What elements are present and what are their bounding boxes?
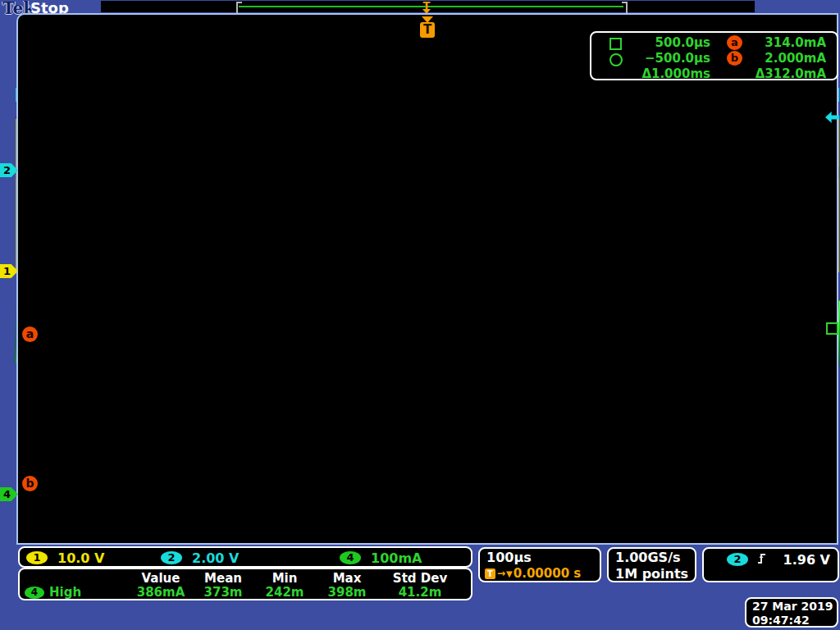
channel-4-scale[interactable]: 100mA — [371, 550, 422, 566]
cursor-delta-time: Δ1.000ms — [624, 66, 710, 81]
cursor-row-b: −500.0µs b 2.000mA — [591, 51, 837, 66]
channel-1-scale[interactable]: 10.0 V — [57, 550, 104, 566]
cursor-a-value: 314.0mA — [736, 35, 826, 50]
trigger-position-flag[interactable]: T — [420, 22, 435, 38]
cursor-a-handle-icon[interactable] — [826, 322, 838, 335]
timebase-box[interactable]: 100µs T→▼0.00000 s — [478, 547, 601, 582]
rising-edge-icon — [756, 552, 769, 565]
cursor-a-time: 500.0µs — [624, 35, 710, 50]
measurement-header-max: Max — [310, 571, 384, 586]
measurement-stddev: 41.2m — [383, 585, 457, 600]
trigger-position-readout: T→▼0.00000 s — [485, 566, 581, 581]
trigger-box[interactable]: 2 1.96 V — [702, 547, 839, 582]
channel-2-badge[interactable]: 2 — [161, 551, 182, 564]
measurement-header-stddev: Std Dev — [383, 571, 457, 586]
channel-1-badge[interactable]: 1 — [26, 551, 48, 564]
measurement-max: 398m — [310, 585, 384, 600]
date-label: 27 Mar 2019 — [752, 600, 833, 613]
measurement-channel-badge: 4 — [25, 587, 44, 599]
cursor-b-value: 2.000mA — [736, 51, 826, 66]
measurement-table: Value Mean Min Max Std Dev 4 High 386mA … — [18, 568, 472, 600]
timebase-arrow-icon: → — [497, 568, 505, 579]
waveform-graticule-frame — [16, 13, 838, 545]
record-length: 1M points — [615, 566, 688, 582]
trigger-level: 1.96 V — [783, 552, 830, 568]
cursor-readout-box: 500.0µs a 314.0mA −500.0µs b 2.000mA Δ1.… — [590, 31, 838, 80]
measurement-name[interactable]: High — [49, 585, 81, 600]
channel-4-badge[interactable]: 4 — [340, 551, 361, 564]
cursor-delta-value: Δ312.0mA — [736, 66, 826, 81]
cursor-row-delta: Δ1.000ms Δ312.0mA — [591, 66, 837, 82]
cursor-a-square-icon — [609, 38, 622, 50]
sample-rate: 1.00GS/s — [615, 550, 681, 565]
channel-scale-bar: 1 10.0 V 2 2.00 V 4 100mA — [18, 546, 472, 568]
timebase-t-icon: T — [485, 568, 495, 579]
acquisition-box: 1.00GS/s 1M points — [607, 547, 696, 582]
record-view-bar[interactable]: T — [101, 1, 755, 12]
trigger-source-badge: 2 — [727, 553, 748, 566]
timebase-scale: 100µs — [486, 550, 532, 565]
cursor-b-circle-icon — [609, 53, 623, 66]
channel-1-ground-marker[interactable]: 1 — [0, 264, 18, 278]
channel-2-scale[interactable]: 2.00 V — [192, 550, 239, 566]
cursor-a-badge[interactable]: a — [22, 326, 38, 342]
timebase-position: 0.00000 s — [514, 566, 581, 581]
datetime-box: 27 Mar 2019 09:47:42 — [745, 597, 838, 628]
time-label: 09:47:42 — [752, 614, 810, 627]
cursor-b-badge[interactable]: b — [22, 476, 38, 491]
channel-2-ground-marker[interactable]: 2 — [0, 163, 18, 177]
channel-4-ground-marker[interactable]: 4 — [0, 487, 18, 501]
timebase-triangle-icon: ▼ — [506, 569, 513, 578]
cursor-b-time: −500.0µs — [624, 51, 710, 66]
cursor-row-a: 500.0µs a 314.0mA — [591, 35, 837, 51]
